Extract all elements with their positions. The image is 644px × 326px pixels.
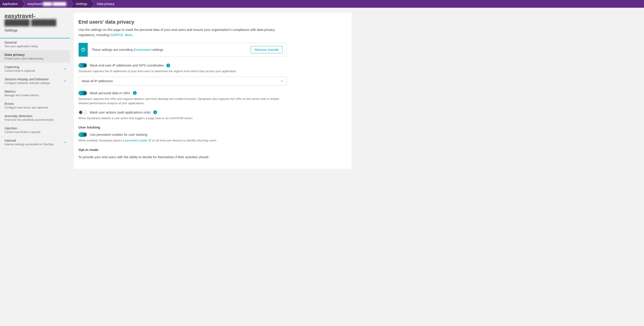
crumb-label: easytravel- (28, 2, 43, 6)
toggle-mask-ip[interactable] (78, 63, 87, 68)
optin-desc: To provide your end users with the abili… (78, 155, 287, 160)
setting-label: Use persistent cookies for user tracking (90, 133, 147, 136)
obscured-text: ██████ ██████ (4, 19, 56, 26)
crumb-app-name[interactable]: easytravel- ████ ██████ (22, 0, 70, 8)
sidebar-item-metrics[interactable]: Metrics Manage and create metrics (0, 87, 70, 99)
sidebar: easytravel- ██████ ██████ Settings Gener… (0, 8, 70, 174)
setting-mask-ip: Mask end-user IP addresses and GPS coord… (78, 63, 287, 85)
toggle-mask-uri[interactable] (78, 91, 87, 95)
info-icon[interactable]: i (153, 110, 157, 114)
nav-title: Injection (4, 126, 65, 130)
sidebar-header: easytravel- ██████ ██████ Settings (0, 8, 70, 35)
chevron-down-icon (64, 79, 67, 83)
nav-title: Errors (4, 102, 65, 106)
chevron-down-icon (64, 67, 67, 70)
chevron-down-icon (280, 79, 284, 83)
external-link-icon (148, 139, 151, 142)
toggle-mask-actions[interactable] (78, 110, 87, 115)
external-link-icon (120, 34, 123, 36)
nav-sub: See your application setup (4, 45, 65, 48)
nav-sub: Protect your users data privacy (4, 57, 65, 60)
sidebar-item-session-replay[interactable]: Session Replay and behavior Configure be… (0, 75, 70, 87)
setting-desc: Dynatrace captures the IP addresses of y… (78, 69, 287, 74)
more-link[interactable]: More... (125, 33, 135, 37)
sidebar-item-internal[interactable]: Internal Internal settings accessible fo… (0, 136, 70, 148)
svg-point-3 (83, 49, 84, 49)
app-title: easytravel- ██████ ██████ (4, 13, 65, 26)
page-description: Use the settings on this page to mask th… (78, 27, 287, 38)
setting-desc: When Dynatrace detects a user action tha… (78, 116, 287, 120)
persistent-cookie-link[interactable]: persistent cookie (125, 139, 151, 142)
mask-ip-select[interactable]: Mask all IP addresses (78, 77, 287, 85)
setting-desc: When enabled, Dynatrace places a persist… (78, 138, 287, 143)
nav-sub: Manage and create metrics (4, 94, 65, 97)
sidebar-item-injection[interactable]: Injection Control how RUM is injected (0, 124, 70, 136)
setting-label: Mask user actions (web applications only… (90, 111, 150, 114)
setting-persistent-cookie: Use persistent cookies for user tracking… (78, 132, 287, 143)
obscured-text: ████ ██████ (43, 2, 66, 6)
crumb-label: Data privacy (97, 2, 114, 6)
nav-sub: Configure how errors are captured (4, 106, 65, 109)
nav-sub: Control how RUM is injected (4, 130, 65, 134)
select-value: Mask all IP addresses (82, 79, 113, 83)
sidebar-item-general[interactable]: General See your application setup (0, 38, 70, 50)
crumb-label: Settings (76, 2, 87, 6)
user-tracking-heading: User tracking (78, 125, 287, 129)
nav-title: Data privacy (4, 53, 65, 57)
nav-title: Capturing (4, 65, 65, 69)
svg-line-4 (150, 139, 151, 141)
nav-title: Anomaly detection (4, 114, 65, 118)
nav-title: General (4, 40, 65, 44)
crumb-data-privacy[interactable]: Data privacy (91, 0, 118, 8)
setting-mask-actions: Mask user actions (web applications only… (78, 110, 287, 120)
nav-sub: Configure behavior relevant settings (4, 82, 65, 85)
override-banner: These settings are overriding Environmen… (78, 43, 287, 57)
crumb-label: Application (2, 2, 18, 6)
nav-sub: Fine-tune the sensitivity and thresholds (4, 118, 65, 121)
breadcrumb: Application easytravel- ████ ██████ Sett… (0, 0, 644, 8)
nav-sub: Internal settings accessible for DevOps (4, 143, 65, 146)
sidebar-item-errors[interactable]: Errors Configure how errors are captured (0, 99, 70, 112)
gdpr-link[interactable]: GDPR (110, 33, 123, 37)
remove-override-button[interactable]: Remove override (251, 46, 283, 53)
main-panel: End users' data privacy Use the settings… (74, 13, 352, 169)
crumb-application[interactable]: Application (0, 0, 22, 8)
setting-mask-uri: Mask personal data in URIs i Dynatrace c… (78, 91, 287, 106)
chevron-down-icon (64, 141, 67, 144)
nav-title: Metrics (4, 89, 65, 93)
setting-desc: Dynatrace captures the URIs and request … (78, 97, 287, 106)
optin-heading: Opt-in mode (78, 148, 287, 152)
sidebar-item-anomaly-detection[interactable]: Anomaly detection Fine-tune the sensitiv… (0, 112, 70, 124)
nav-sub: Control what is captured (4, 69, 65, 72)
info-icon[interactable]: i (166, 64, 170, 67)
page-title: End users' data privacy (78, 19, 287, 25)
setting-label: Mask end-user IP addresses and GPS coord… (90, 64, 164, 67)
sidebar-item-capturing[interactable]: Capturing Control what is captured (0, 63, 70, 75)
toggle-persistent-cookie[interactable] (78, 132, 87, 137)
svg-line-0 (121, 34, 123, 35)
nav-title: Internal (4, 138, 65, 142)
setting-label: Mask personal data in URIs (90, 91, 130, 95)
environment-link[interactable]: Environment (134, 48, 152, 52)
info-icon (79, 43, 88, 57)
nav-title: Session Replay and behavior (4, 77, 65, 81)
settings-label: Settings (4, 28, 65, 33)
banner-text: These settings are overriding Environmen… (92, 48, 163, 52)
info-icon[interactable]: i (133, 91, 137, 95)
sidebar-item-data-privacy[interactable]: Data privacy Protect your users data pri… (0, 50, 70, 63)
